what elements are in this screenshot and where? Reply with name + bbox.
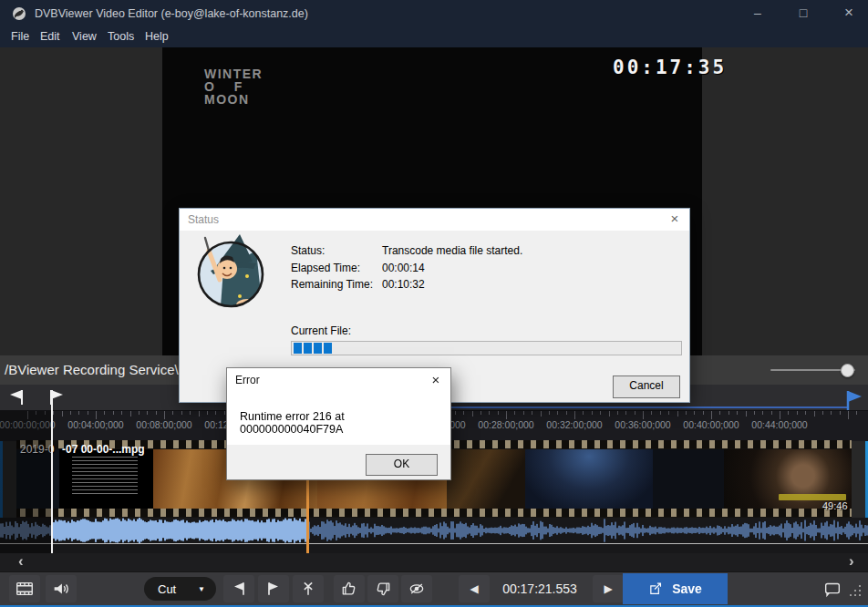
cut-mode-dropdown[interactable]: Cut ▼ <box>144 577 216 601</box>
current-time-display: 00:17:21.553 <box>490 575 590 602</box>
prev-frame-button[interactable]: ◀ <box>459 575 490 602</box>
error-dialog-titlebar[interactable]: Error × <box>227 368 450 392</box>
filmstrip-thumb <box>59 449 153 509</box>
set-start-marker-button[interactable] <box>258 575 289 602</box>
export-icon <box>648 581 664 597</box>
video-logo: WINTER O F MOON <box>204 67 263 106</box>
pre-cut-dim-overlay <box>0 411 51 553</box>
detach-window-button[interactable] <box>817 575 848 602</box>
keep-segment-button[interactable] <box>334 575 365 602</box>
status-dialog-title: Status <box>188 209 219 231</box>
ruler-label: 00:08:00;000 <box>136 419 191 430</box>
filmstrip-thumb <box>447 449 525 509</box>
status-row-value: 00:10:32 <box>382 278 425 291</box>
file-path-text: /BViewer Recording Service\2 <box>5 355 186 385</box>
selection-range-line <box>450 406 848 408</box>
minimize-button[interactable]: – <box>742 0 773 27</box>
error-dialog-title: Error <box>235 368 260 390</box>
discard-segment-button[interactable] <box>367 575 398 602</box>
filmstrip-thumb <box>653 449 724 509</box>
error-message: Runtime error 216 at 000000000040F79A <box>240 410 450 436</box>
app-icon <box>12 6 26 25</box>
chevron-down-icon: ▼ <box>198 585 205 593</box>
status-row-label: Status: <box>291 244 325 257</box>
video-timecode-overlay: 00:17:35 <box>613 57 727 78</box>
cut-end-flag-icon[interactable] <box>7 389 24 406</box>
error-dialog: Error × Runtime error 216 at 00000000004… <box>226 367 451 480</box>
scroll-right-icon[interactable]: › <box>849 553 854 571</box>
cancel-button[interactable]: Cancel <box>613 376 680 398</box>
menu-file[interactable]: File <box>5 27 35 47</box>
cut-position-line[interactable] <box>51 390 53 553</box>
save-button[interactable]: Save <box>623 573 728 604</box>
clip-filename-label: -07 00-00-...mpg <box>62 443 145 456</box>
audio-track <box>0 518 868 553</box>
title-bar: DVBViewer Video Editor (e-boy@lake-of-ko… <box>0 0 868 27</box>
progress-bar <box>291 341 682 355</box>
set-end-marker-button[interactable] <box>223 575 254 602</box>
hide-segment-button[interactable] <box>401 575 432 602</box>
clip-duration-label: 49:46 <box>822 500 848 511</box>
menu-edit[interactable]: Edit <box>35 27 66 47</box>
status-row-label: Elapsed Time: <box>291 262 360 274</box>
maximize-button[interactable]: □ <box>788 0 819 27</box>
menu-bar: File Edit View Tools Help <box>0 27 868 47</box>
menu-help[interactable]: Help <box>140 27 174 47</box>
current-file-label: Current File: <box>291 324 351 337</box>
menu-tools[interactable]: Tools <box>102 27 140 47</box>
status-dialog-titlebar[interactable]: Status × <box>180 209 689 231</box>
filmstrip-sprockets-bottom <box>16 509 852 517</box>
audio-mute-button[interactable] <box>46 575 77 602</box>
next-frame-button[interactable]: ▶ <box>593 575 624 602</box>
wizard-illustration <box>192 232 271 314</box>
status-dialog-close-icon[interactable]: × <box>661 209 688 231</box>
window-title: DVBViewer Video Editor (e-boy@lake-of-ko… <box>35 0 308 27</box>
video-area-left-fill <box>0 47 162 355</box>
bottom-toolbar: Cut ▼ ◀ 00:17:21.553 ▶ Save <box>0 571 868 605</box>
cut-mode-value: Cut <box>158 582 198 596</box>
timeline-scrollbar[interactable]: ‹ › <box>0 553 868 571</box>
app-window: DVBViewer Video Editor (e-boy@lake-of-ko… <box>0 0 868 607</box>
zoom-slider-handle[interactable] <box>841 364 854 377</box>
error-dialog-close-icon[interactable]: × <box>422 368 450 390</box>
audio-waveform[interactable] <box>0 518 868 553</box>
ruler-label: 00:28:00;000 <box>478 419 533 430</box>
ok-button[interactable]: OK <box>366 454 438 476</box>
status-row-label: Remaining Time: <box>291 278 373 291</box>
credits-text-texture <box>72 457 138 495</box>
ruler-label: 00:32:00;000 <box>546 419 602 430</box>
ruler-label: 00:04:00;000 <box>67 419 123 430</box>
delete-marker-button[interactable] <box>293 575 324 602</box>
status-row-value: 00:00:14 <box>382 262 425 274</box>
scroll-left-icon[interactable]: ‹ <box>18 553 24 571</box>
video-area-right-fill <box>702 47 868 355</box>
ruler-label: 00:40:00;000 <box>683 419 739 430</box>
filmstrip-thumb <box>525 449 653 509</box>
filmstrip-view-button[interactable] <box>9 575 40 602</box>
ruler-label: 00:44:00;000 <box>751 419 807 430</box>
status-row-value: Transcode media file started. <box>382 244 522 257</box>
subtitle-overlay <box>779 494 846 500</box>
menu-view[interactable]: View <box>67 27 102 47</box>
close-button[interactable]: × <box>833 0 864 27</box>
ruler-label: 00:36:00;000 <box>615 419 670 430</box>
save-button-label: Save <box>672 581 702 596</box>
resize-grip[interactable] <box>850 585 863 598</box>
